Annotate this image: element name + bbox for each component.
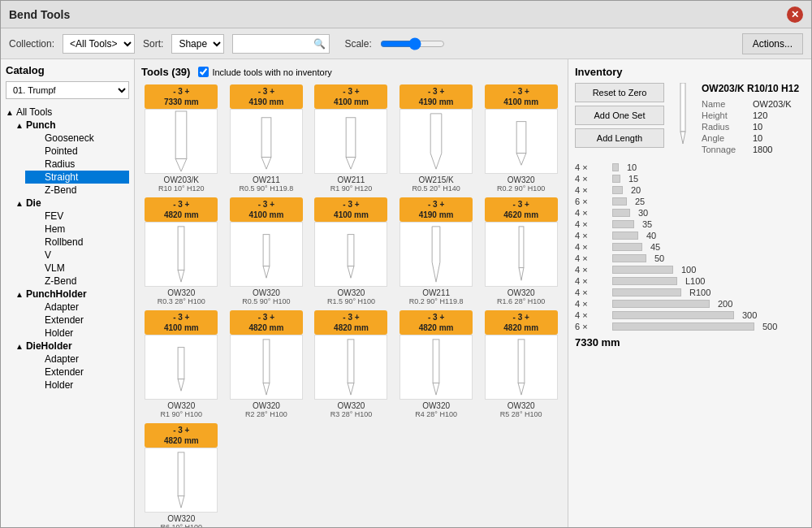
- inventory-list: 4 × 10 4 × 15 4 × 20 6 × 25 4 × 30 4 ×: [575, 162, 805, 331]
- tool-name-11: OW320: [253, 401, 280, 410]
- tool-spec-15: R6 10° H100: [160, 523, 202, 527]
- tool-spec-1: R0.5 90° H119.8: [240, 184, 294, 193]
- tree-gooseneck[interactable]: Gooseneck: [25, 132, 129, 145]
- tool-card-6[interactable]: - 3 +4100 mm OW320 R0.5 90° H100: [227, 197, 307, 305]
- tool-badge-10: - 3 +4100 mm: [145, 310, 218, 335]
- tool-card-5[interactable]: - 3 +4820 mm OW320 R0.3 28° H100: [141, 197, 222, 305]
- tools-header: Tools (39) Include tools with no invento…: [141, 66, 561, 78]
- tree-holder-dh[interactable]: Holder: [25, 379, 129, 392]
- scale-slider[interactable]: [380, 37, 445, 50]
- catalog-panel: Catalog 01. Trumpf ▲All Tools ▲Punch Goo…: [1, 59, 135, 527]
- inv-bar-label-3: 25: [635, 197, 645, 206]
- add-length-button[interactable]: Add Length: [575, 128, 664, 148]
- inv-count-13: 4 ×: [575, 310, 607, 320]
- include-checkbox[interactable]: [198, 67, 209, 77]
- tree-radius[interactable]: Radius: [25, 158, 129, 171]
- tool-shape-6: [230, 222, 303, 287]
- tree-rollbend[interactable]: Rollbend: [25, 236, 129, 249]
- tree-zbend-die[interactable]: Z-Bend: [25, 275, 129, 288]
- tree-dieholder-group: ▲DieHolder Adapter Extender Holder: [6, 340, 129, 392]
- search-input[interactable]: [236, 38, 313, 50]
- tree-extender-dh[interactable]: Extender: [25, 366, 129, 379]
- reset-to-zero-button[interactable]: Reset to Zero: [575, 83, 664, 102]
- inventory-buttons: Reset to Zero Add One Set Add Length: [575, 83, 664, 148]
- tool-name-2: OW211: [338, 175, 365, 184]
- inv-row-5: 4 × 35: [575, 219, 805, 229]
- main-content: Catalog 01. Trumpf ▲All Tools ▲Punch Goo…: [1, 59, 811, 527]
- inventory-panel: Inventory Reset to Zero Add One Set Add …: [568, 59, 811, 527]
- tree-vlm[interactable]: VLM: [25, 262, 129, 275]
- tool-badge-15: - 3 +4820 mm: [145, 423, 218, 448]
- tool-card-0[interactable]: - 3 +7330 mm OW203/K R10 10° H120: [141, 84, 222, 193]
- tool-card-10[interactable]: - 3 +4100 mm OW320 R1 90° H100: [141, 310, 222, 418]
- svg-rect-16: [519, 227, 524, 268]
- tree-alltools[interactable]: ▲All Tools: [6, 106, 129, 119]
- tool-card-11[interactable]: - 3 +4820 mm OW320 R2 28° H100: [227, 310, 307, 418]
- tool-spec-0: R10 10° H120: [158, 184, 205, 193]
- tool-card-8[interactable]: - 3 +4190 mm OW211 R0.2 90° H119.8: [396, 197, 477, 305]
- tool-card-12[interactable]: - 3 +4820 mm OW320 R3 28° H100: [311, 310, 391, 418]
- sort-select[interactable]: Shape: [171, 34, 224, 54]
- svg-rect-0: [175, 111, 187, 159]
- close-button[interactable]: ✕: [787, 6, 803, 23]
- tree-adapter-ph[interactable]: Adapter: [25, 301, 129, 314]
- tool-card-4[interactable]: - 3 +4100 mm OW320 R0.2 90° H100: [481, 84, 561, 193]
- tree-v[interactable]: V: [25, 249, 129, 262]
- tree-punch[interactable]: ▲Punch: [15, 119, 129, 132]
- tree-zbend-punch[interactable]: Z-Bend: [25, 184, 129, 197]
- inv-row-0: 4 × 10: [575, 162, 805, 172]
- tree-straight[interactable]: Straight: [25, 171, 129, 184]
- tool-badge-2: - 3 +4100 mm: [314, 84, 387, 109]
- tool-card-1[interactable]: - 3 +4190 mm OW211 R0.5 90° H119.8: [227, 84, 307, 193]
- tool-card-3[interactable]: - 3 +4190 mm OW215/K R0.5 20° H140: [396, 84, 477, 193]
- add-one-set-button[interactable]: Add One Set: [575, 106, 664, 125]
- inventory-top: Reset to Zero Add One Set Add Length OW2…: [575, 83, 805, 154]
- inv-row-angle: Angle 10: [702, 133, 799, 143]
- inv-bar-label-6: 40: [646, 231, 656, 240]
- tree-hem[interactable]: Hem: [25, 223, 129, 236]
- inv-bar-2: [612, 186, 623, 194]
- tree-punchholder[interactable]: ▲PunchHolder: [15, 288, 129, 301]
- inv-count-4: 4 ×: [575, 208, 607, 218]
- inv-row-radius: Radius 10: [702, 122, 799, 132]
- tree-holder-ph[interactable]: Holder: [25, 327, 129, 340]
- inv-bar-container-9: [612, 266, 673, 274]
- tool-card-7[interactable]: - 3 +4100 mm OW320 R1.5 90° H100: [311, 197, 391, 305]
- tree-extender-ph[interactable]: Extender: [25, 314, 129, 327]
- tool-spec-14: R5 28° H100: [500, 410, 542, 418]
- inv-count-6: 4 ×: [575, 231, 607, 240]
- svg-rect-20: [263, 340, 270, 383]
- tool-card-14[interactable]: - 3 +4820 mm OW320 R5 28° H100: [481, 310, 561, 418]
- tool-spec-8: R0.2 90° H119.8: [409, 297, 464, 305]
- inv-bar-container-5: [612, 220, 634, 228]
- tree-dieholder[interactable]: ▲DieHolder: [15, 340, 129, 353]
- svg-rect-24: [433, 340, 439, 383]
- tree-fev[interactable]: FEV: [25, 210, 129, 223]
- actions-button[interactable]: Actions...: [742, 33, 803, 54]
- inv-count-8: 4 ×: [575, 253, 607, 263]
- inv-bar-container-10: [612, 277, 677, 285]
- svg-marker-27: [518, 383, 525, 396]
- inv-bar-label-2: 20: [631, 185, 641, 195]
- tree-die[interactable]: ▲Die: [15, 197, 129, 210]
- tool-card-9[interactable]: - 3 +4620 mm OW320 R1.6 28° H100: [481, 197, 561, 305]
- inv-bar-container-7: [612, 243, 642, 251]
- inv-bar-9: [612, 266, 673, 274]
- inv-count-0: 4 ×: [575, 162, 607, 172]
- tree-pointed[interactable]: Pointed: [25, 145, 129, 158]
- catalog-collection-select[interactable]: 01. Trumpf: [6, 81, 129, 99]
- inv-bar-container-0: [612, 163, 619, 171]
- inv-bar-label-0: 10: [627, 162, 637, 172]
- svg-rect-4: [347, 118, 356, 158]
- tool-card-13[interactable]: - 3 +4820 mm OW320 R4 28° H100: [396, 310, 477, 418]
- tool-card-2[interactable]: - 3 +4100 mm OW211 R1 90° H120: [311, 84, 391, 193]
- collection-select[interactable]: <All Tools>: [63, 34, 135, 54]
- tree-adapter-dh[interactable]: Adapter: [25, 353, 129, 366]
- svg-rect-28: [178, 452, 184, 496]
- svg-marker-10: [178, 270, 184, 283]
- inv-tool-icon: [671, 83, 695, 154]
- title-bar: Bend Tools ✕: [1, 1, 811, 28]
- inv-bar-label-4: 30: [638, 208, 648, 218]
- tool-badge-6: - 3 +4100 mm: [230, 197, 303, 222]
- tool-card-15[interactable]: - 3 +4820 mm OW320 R6 10° H100: [141, 423, 222, 527]
